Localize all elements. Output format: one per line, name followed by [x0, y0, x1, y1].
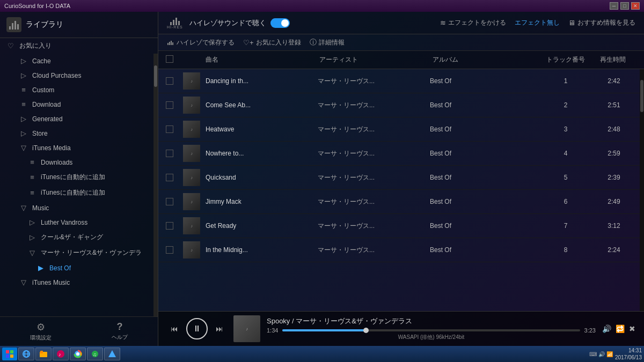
sidebar-item-music[interactable]: ▽ Music	[0, 201, 153, 215]
header-duration[interactable]: 再生時間	[597, 53, 640, 67]
player-title: Spooky / マーサ・リーヴス&ザ・ヴァンデラス	[267, 316, 596, 326]
table-row[interactable]: ♪ Heatwave マーサ・リーヴス... Best Of 3 2:48	[158, 117, 640, 142]
sidebar-scrollbar[interactable]	[153, 54, 158, 316]
details-button[interactable]: ⓘ 詳細情報	[310, 38, 345, 47]
prev-button[interactable]: ⏮	[167, 321, 182, 336]
sidebar-item-favorites[interactable]: ♡ お気に入り	[0, 38, 158, 54]
sidebar-item-store[interactable]: ▷ Store	[0, 126, 153, 141]
hires-label: HI-RES	[167, 25, 183, 29]
expand-icon-martha: ▽	[28, 249, 36, 257]
next-button[interactable]: ⏭	[212, 321, 227, 336]
row-track-4: 4	[539, 147, 592, 159]
table-row[interactable]: ♪ In the Midnig... マーサ・リーヴス... Best Of 8…	[158, 238, 640, 262]
effect-button[interactable]: エフェクトをかける	[448, 18, 506, 27]
topbar-right: ≋ エフェクトをかける エフェクト無し 🖥 おすすめ情報を見る	[440, 18, 635, 27]
row-name-3: Heatwave	[202, 123, 314, 135]
sidebar-item-itunes-music[interactable]: ▽ iTunes Music	[0, 275, 153, 290]
taskbar-app2[interactable]	[104, 348, 120, 360]
monitor-icon: 🖥	[568, 19, 575, 27]
save-hires-label: ハイレゾで保存する	[177, 38, 235, 47]
luther-label: Luther Vandross	[41, 219, 87, 226]
sidebar-item-cloud-purchases[interactable]: ▷ Cloud Purchases	[0, 68, 153, 83]
sidebar-item-download[interactable]: ≡ Download	[0, 97, 153, 112]
taskbar-explorer[interactable]	[35, 348, 52, 360]
sidebar-item-cool-gang[interactable]: ▷ クール&ザ・ギャング	[0, 230, 153, 245]
row-checkbox-5[interactable]	[163, 172, 180, 183]
taskbar-itunes[interactable]: ♪	[53, 348, 69, 360]
svg-rect-11	[10, 354, 13, 358]
row-checkbox-2[interactable]	[163, 99, 180, 111]
tracklist: ♪ Dancing in th... マーサ・リーヴス... Best Of 1…	[158, 69, 640, 311]
taskbar-app1[interactable]: ♫	[87, 348, 103, 360]
header-track[interactable]: トラック番号	[543, 53, 597, 67]
svg-rect-1	[12, 23, 13, 29]
svg-rect-17	[40, 351, 43, 352]
album-art-placeholder: ♪	[246, 327, 248, 331]
row-album-3: Best Of	[427, 123, 539, 135]
row-checkbox-4[interactable]	[163, 147, 180, 159]
taskbar-ie[interactable]	[18, 348, 34, 360]
row-checkbox-1[interactable]	[163, 75, 180, 87]
sidebar-item-itunes-auto1[interactable]: ≡ iTunesに自動的に追加	[0, 169, 153, 185]
downloads-label: Downloads	[41, 159, 72, 166]
svg-rect-8	[6, 350, 9, 353]
tracklist-scrollbar[interactable]	[640, 69, 644, 311]
table-row[interactable]: ♪ Quicksand マーサ・リーヴス... Best Of 5 2:39	[158, 166, 640, 190]
add-favorites-button[interactable]: ♡+ お気に入り登録	[243, 38, 301, 47]
start-button[interactable]	[2, 348, 17, 360]
tracklist-scrollbar-thumb[interactable]	[640, 80, 643, 112]
close-button[interactable]: ✕	[631, 2, 640, 10]
shuffle-icon[interactable]: ✖	[629, 324, 635, 333]
sidebar-item-cache[interactable]: ▷ Cache	[0, 54, 153, 68]
recommend-button[interactable]: おすすめ情報を見る	[577, 18, 635, 27]
sidebar-item-martha[interactable]: ▽ マーサ・リーヴス&ザ・ヴァンデラ	[0, 245, 153, 261]
table-row[interactable]: ♪ Nowhere to... マーサ・リーヴス... Best Of 4 2:…	[158, 142, 640, 166]
sidebar-item-itunes-auto2[interactable]: ≡ iTunesに自動的に追加	[0, 185, 153, 201]
row-album-7: Best Of	[427, 220, 539, 232]
minimize-button[interactable]: ─	[610, 2, 618, 10]
sidebar-item-generated[interactable]: ▷ Generated	[0, 112, 153, 126]
select-all-checkbox[interactable]	[166, 55, 173, 63]
help-button[interactable]: ? ヘルプ	[112, 321, 128, 342]
table-row[interactable]: ♪ Jimmy Mack マーサ・リーヴス... Best Of 6 2:49	[158, 190, 640, 214]
table-row[interactable]: ♪ Come See Ab... マーサ・リーヴス... Best Of 2 2…	[158, 93, 640, 117]
sidebar-scrollbar-thumb[interactable]	[154, 65, 157, 87]
progress-bar[interactable]	[282, 329, 580, 331]
table-row[interactable]: ♪ Dancing in th... マーサ・リーヴス... Best Of 1…	[158, 69, 640, 93]
cloud-purchases-label: Cloud Purchases	[32, 72, 81, 79]
table-row[interactable]: ♪ Get Ready マーサ・リーヴス... Best Of 7 3:12	[158, 214, 640, 238]
volume-icon[interactable]: 🔊	[602, 324, 611, 333]
sidebar-item-luther[interactable]: ▷ Luther Vandross	[0, 215, 153, 230]
save-hires-button[interactable]: ハイレゾで保存する	[167, 38, 235, 47]
sidebar-item-itunes-media[interactable]: ▽ iTunes Media	[0, 141, 153, 155]
row-checkbox-6[interactable]	[163, 196, 180, 208]
header-album[interactable]: アルバム	[429, 53, 543, 67]
details-label: 詳細情報	[319, 38, 345, 47]
player-track-info: Spooky / マーサ・リーヴス&ザ・ヴァンデラス 1:34 3:23 WAS…	[267, 316, 596, 341]
hires-toggle[interactable]	[270, 18, 290, 28]
sidebar-item-custom[interactable]: ≡ Custom	[0, 83, 153, 97]
progress-fill	[282, 329, 365, 331]
row-checkbox-3[interactable]	[163, 123, 180, 135]
taskbar-chrome[interactable]	[70, 348, 86, 360]
expand-icon-cloud: ▷	[19, 71, 28, 79]
itunes-auto1-label: iTunesに自動的に追加	[41, 173, 105, 182]
row-track-3: 3	[539, 123, 592, 135]
row-name-4: Nowhere to...	[202, 147, 314, 159]
main-area: ライブラリ ♡ お気に入り ▷ Cache ▷ Cloud Purc	[0, 12, 644, 346]
expand-icon-itunes-music: ▽	[19, 278, 28, 286]
music-label: Music	[32, 204, 49, 212]
clock-time: 14:31	[615, 347, 642, 354]
svg-rect-4	[167, 43, 169, 45]
settings-button[interactable]: ⚙ 環境設定	[30, 321, 52, 342]
pause-button[interactable]: ⏸	[186, 318, 208, 339]
header-artist[interactable]: アーティスト	[316, 53, 430, 67]
sidebar-item-best-of[interactable]: ▶ Best Of	[0, 261, 153, 275]
sidebar-item-downloads[interactable]: ≡ Downloads	[0, 155, 153, 169]
progress-knob[interactable]	[363, 328, 369, 333]
header-name[interactable]: 曲名	[202, 53, 316, 67]
row-checkbox-8[interactable]	[163, 244, 180, 256]
repeat-icon[interactable]: 🔁	[616, 324, 625, 333]
maximize-button[interactable]: □	[620, 2, 629, 10]
row-checkbox-7[interactable]	[163, 220, 180, 232]
